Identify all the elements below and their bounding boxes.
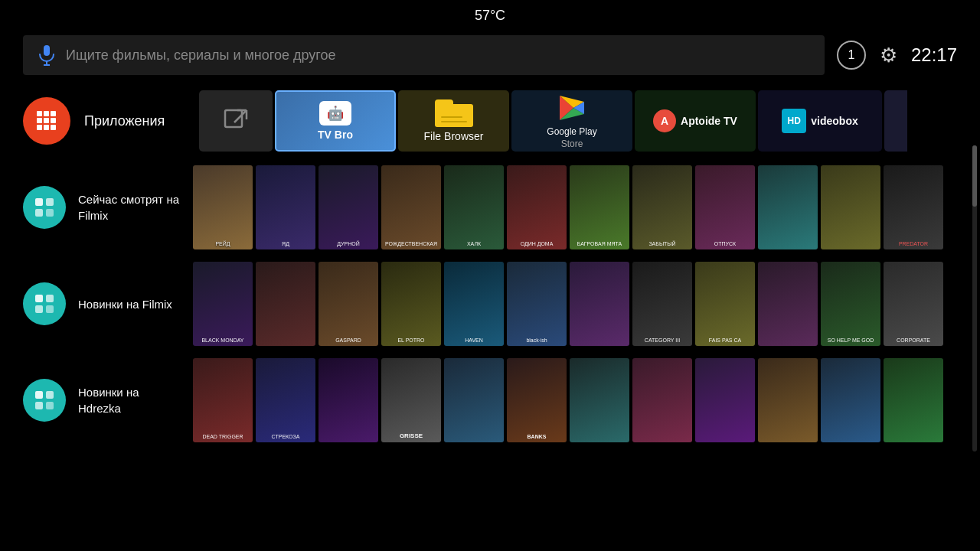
svg-rect-21 bbox=[46, 198, 54, 206]
apps-label: Приложения bbox=[84, 113, 199, 129]
new-thumb-6[interactable]: black·ish bbox=[507, 262, 567, 346]
movie-thumb-1[interactable]: РЕЙД bbox=[193, 165, 253, 249]
svg-rect-30 bbox=[35, 402, 43, 409]
svg-rect-24 bbox=[35, 295, 43, 302]
scrollbar-track[interactable] bbox=[972, 145, 977, 452]
filmix-icon bbox=[23, 186, 66, 229]
new-thumb-1[interactable]: BLACK MONDAY bbox=[193, 262, 253, 346]
hd-thumb-6[interactable]: BANKS bbox=[507, 358, 567, 442]
clock-display: 22:17 bbox=[911, 44, 957, 66]
svg-rect-25 bbox=[46, 295, 54, 302]
hd-thumb-9[interactable] bbox=[695, 358, 755, 442]
hd-thumb-4[interactable]: GRISSE bbox=[381, 358, 441, 442]
notification-icon[interactable]: 1 bbox=[837, 41, 866, 70]
svg-rect-28 bbox=[35, 391, 43, 399]
movie-thumb-3[interactable]: ДУРНОЙ bbox=[318, 165, 378, 249]
temperature-display: 57°C bbox=[475, 8, 505, 24]
svg-rect-20 bbox=[35, 198, 43, 206]
hdrezka-icon bbox=[23, 379, 66, 422]
movie-thumb-5[interactable]: ХАЛК bbox=[444, 165, 504, 249]
svg-rect-29 bbox=[46, 391, 54, 399]
movie-thumb-12[interactable]: PREDATOR bbox=[884, 165, 943, 249]
hd-thumb-10[interactable] bbox=[758, 358, 818, 442]
new-thumb-5[interactable]: HAVEN bbox=[444, 262, 504, 346]
movie-thumb-7[interactable]: БАГРОВАЯ МЯТА bbox=[570, 165, 629, 249]
new-thumb-11[interactable]: SO HELP ME GOD bbox=[821, 262, 880, 346]
hd-thumb-2[interactable]: СТРЕКОЗА bbox=[256, 358, 315, 442]
svg-rect-8 bbox=[51, 118, 56, 123]
new-thumb-9[interactable]: FAIS PAS CA bbox=[695, 262, 755, 346]
hd-thumb-1[interactable]: DEAD TRIGGER bbox=[193, 358, 253, 442]
svg-rect-26 bbox=[35, 305, 43, 313]
svg-rect-11 bbox=[51, 125, 56, 130]
scrollbar-thumb bbox=[972, 145, 977, 207]
movie-thumb-10[interactable] bbox=[758, 165, 818, 249]
svg-rect-31 bbox=[46, 402, 54, 409]
movie-thumb-9[interactable]: ОТПУСК bbox=[695, 165, 755, 249]
app-videobox-label: videobox bbox=[811, 115, 858, 127]
svg-line-15 bbox=[234, 110, 247, 122]
new-thumb-3[interactable]: GASPARD bbox=[318, 262, 378, 346]
app-filebrowser-label2: Browser bbox=[444, 130, 483, 142]
movie-thumb-11[interactable] bbox=[821, 165, 880, 249]
svg-rect-3 bbox=[37, 111, 42, 116]
svg-rect-5 bbox=[51, 111, 56, 116]
hd-thumb-7[interactable] bbox=[570, 358, 629, 442]
notification-count: 1 bbox=[848, 48, 854, 62]
hd-thumb-8[interactable] bbox=[632, 358, 692, 442]
app-googleplay-label1: Google Play bbox=[547, 126, 596, 137]
new-thumb-10[interactable] bbox=[758, 262, 818, 346]
app-tile-filebrowser[interactable]: File Browser bbox=[398, 90, 509, 152]
filmix-watching-label: Сейчас смотрят наFilmix bbox=[78, 191, 193, 223]
new-thumb-2[interactable] bbox=[256, 262, 315, 346]
app-tile-googleplay[interactable]: Google Play Store bbox=[511, 90, 632, 152]
movie-thumb-4[interactable]: РОЖДЕСТВЕНСКАЯ bbox=[381, 165, 441, 249]
mic-icon[interactable] bbox=[38, 44, 55, 66]
new-thumb-4[interactable]: EL POTRO bbox=[381, 262, 441, 346]
svg-rect-22 bbox=[35, 209, 43, 217]
search-placeholder: Ищите фильмы, сериалы и многое другое bbox=[66, 47, 809, 64]
new-thumb-7[interactable] bbox=[570, 262, 629, 346]
apps-icon-button[interactable] bbox=[23, 97, 70, 145]
svg-rect-27 bbox=[46, 305, 54, 313]
app-tile-videobox[interactable]: HD videobox bbox=[758, 90, 882, 152]
movie-thumb-2[interactable]: ЯД bbox=[256, 165, 315, 249]
svg-rect-4 bbox=[44, 111, 49, 116]
app-tile-tvbro[interactable]: 🤖 TV Bro bbox=[275, 90, 396, 152]
svg-rect-0 bbox=[44, 45, 50, 56]
svg-rect-10 bbox=[44, 125, 49, 130]
svg-rect-9 bbox=[37, 125, 42, 130]
app-tile-more[interactable] bbox=[884, 90, 907, 152]
new-thumb-8[interactable]: CATEGORY III bbox=[632, 262, 692, 346]
search-bar[interactable]: Ищите фильмы, сериалы и многое другое bbox=[23, 35, 825, 75]
app-googleplay-label2: Store bbox=[561, 139, 583, 149]
hd-thumb-11[interactable] bbox=[821, 358, 880, 442]
svg-rect-7 bbox=[44, 118, 49, 123]
app-filebrowser-label1: File bbox=[424, 130, 442, 142]
filmix-new-label: Новинки на Filmix bbox=[78, 296, 193, 312]
settings-icon[interactable]: ⚙ bbox=[880, 44, 897, 67]
filmix-new-icon bbox=[23, 282, 66, 325]
app-tile-aptoide[interactable]: A Aptoide TV bbox=[635, 90, 756, 152]
app-tvbro-label: TV Bro bbox=[318, 129, 353, 141]
hd-thumb-12[interactable] bbox=[884, 358, 943, 442]
app-tile-external[interactable] bbox=[199, 90, 273, 152]
app-aptoide-label: Aptoide TV bbox=[681, 115, 737, 127]
hd-thumb-3[interactable] bbox=[318, 358, 378, 442]
movie-thumb-8[interactable]: ЗАБЫТЫЙ bbox=[632, 165, 692, 249]
hdrezka-label: Новинки наHdrezka bbox=[78, 384, 193, 416]
movie-thumb-6[interactable]: ОДИН ДОМА bbox=[507, 165, 567, 249]
hd-thumb-5[interactable] bbox=[444, 358, 504, 442]
svg-rect-6 bbox=[37, 118, 42, 123]
svg-rect-23 bbox=[46, 209, 54, 217]
new-thumb-12[interactable]: CORPORATE bbox=[884, 262, 943, 346]
